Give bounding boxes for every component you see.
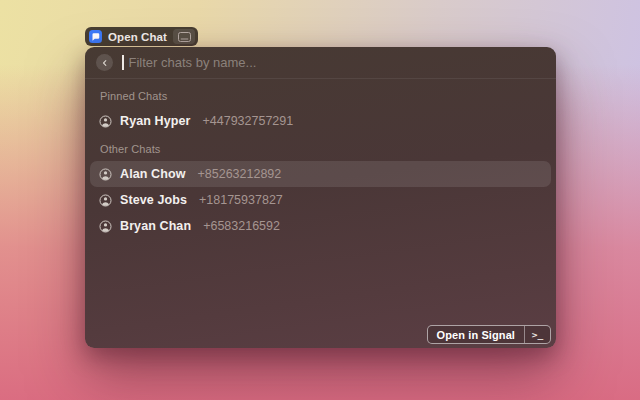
person-circle-icon xyxy=(99,168,112,181)
chat-name: Bryan Chan xyxy=(120,219,191,233)
chat-list-item[interactable]: Alan Chow +85263212892 xyxy=(90,161,551,187)
chat-section: Pinned Chats Ryan Hyper +447932757291 xyxy=(90,81,551,134)
search-input[interactable] xyxy=(129,55,546,70)
open-chat-command-badge[interactable]: Open Chat xyxy=(85,27,198,46)
keyboard-icon xyxy=(173,29,195,44)
terminal-prompt-icon: >_ xyxy=(525,329,550,340)
chat-section: Other Chats Alan Chow +85263212892 Steve… xyxy=(90,134,551,239)
section-header: Other Chats xyxy=(90,134,551,161)
chat-name: Steve Jobs xyxy=(120,193,187,207)
command-badge-label: Open Chat xyxy=(108,31,167,43)
back-button[interactable] xyxy=(96,54,113,71)
chat-phone: +85263212892 xyxy=(197,167,281,181)
open-in-signal-button[interactable]: Open in Signal >_ xyxy=(427,325,551,344)
open-in-signal-label: Open in Signal xyxy=(428,329,524,341)
chat-bubble-icon xyxy=(89,30,102,43)
chat-list: Pinned Chats Ryan Hyper +447932757291 Ot… xyxy=(85,79,556,241)
launcher-window: Pinned Chats Ryan Hyper +447932757291 Ot… xyxy=(85,47,556,348)
search-bar xyxy=(85,47,556,78)
chat-list-item[interactable]: Ryan Hyper +447932757291 xyxy=(90,108,551,134)
chat-name: Ryan Hyper xyxy=(120,114,190,128)
person-circle-icon xyxy=(99,115,112,128)
chat-phone: +6583216592 xyxy=(203,219,280,233)
person-circle-icon xyxy=(99,220,112,233)
chat-phone: +447932757291 xyxy=(202,114,293,128)
chat-phone: +18175937827 xyxy=(199,193,283,207)
text-cursor xyxy=(122,55,124,70)
chat-list-item[interactable]: Bryan Chan +6583216592 xyxy=(90,213,551,239)
chat-name: Alan Chow xyxy=(120,167,185,181)
person-circle-icon xyxy=(99,194,112,207)
chat-list-item[interactable]: Steve Jobs +18175937827 xyxy=(90,187,551,213)
section-header: Pinned Chats xyxy=(90,81,551,108)
